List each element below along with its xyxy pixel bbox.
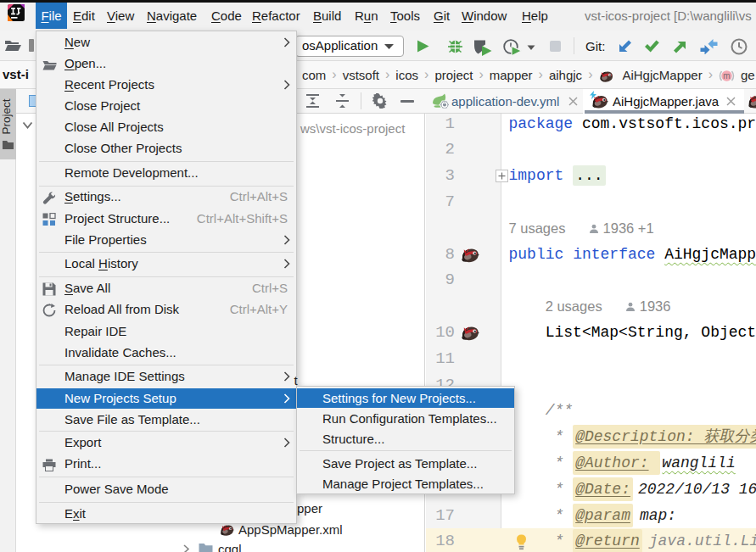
svg-text:m: m <box>723 71 730 81</box>
